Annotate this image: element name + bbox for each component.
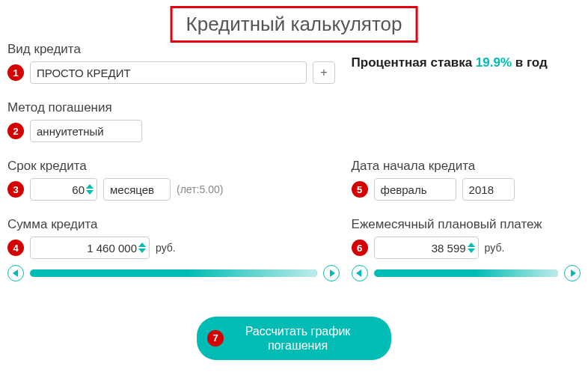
start-date-label: Дата начала кредита [352,159,581,174]
start-year-select[interactable]: 2018 [462,178,515,201]
chevron-up-icon[interactable] [86,184,94,189]
page-title-text: Кредитный калькулятор [186,13,402,35]
amount-input[interactable]: 1 460 000 [30,237,150,259]
chevron-down-icon[interactable] [86,190,94,195]
slider-left-button[interactable] [7,265,24,281]
marker-7: 7 [207,330,224,347]
plus-icon: + [320,66,327,79]
calculate-button-label: Рассчитать график погашения [234,324,361,353]
credit-type-select[interactable]: ПРОСТО КРЕДИТ [30,61,307,84]
payment-unit: руб. [485,242,505,254]
amount-slider[interactable] [30,269,317,277]
amount-unit: руб. [156,242,176,254]
term-hint: (лет:5.00) [177,183,223,195]
slider-left-button[interactable] [352,265,368,281]
marker-2: 2 [7,123,24,139]
method-label: Метод погашения [7,100,340,115]
term-value: 60 [37,183,85,196]
marker-3: 3 [7,181,24,198]
payment-label: Ежемесячный плановый платеж [352,217,581,232]
payment-slider[interactable] [374,269,558,277]
chevron-up-icon[interactable] [468,243,475,247]
chevron-down-icon[interactable] [138,249,146,253]
rate-prefix: Процентная ставка [352,55,476,70]
interest-rate-line: Процентная ставка 19.9% в год [352,55,581,70]
term-unit-select[interactable]: месяцев [103,178,171,201]
start-month-value: февраль [381,183,427,196]
rate-suffix: в год [512,55,548,70]
page-title: Кредитный калькулятор [171,6,418,43]
term-unit: месяцев [110,183,154,196]
marker-1: 1 [7,64,24,81]
calculate-button[interactable]: 7 Рассчитать график погашения [197,317,391,360]
term-label: Срок кредита [7,159,340,174]
credit-type-label: Вид кредита [7,42,340,57]
chevron-up-icon[interactable] [138,243,146,247]
slider-right-button[interactable] [564,265,581,281]
slider-right-button[interactable] [323,265,340,281]
marker-4: 4 [7,240,24,256]
amount-value: 1 460 000 [37,242,137,254]
add-credit-type-button[interactable]: + [313,61,335,84]
marker-6: 6 [352,240,368,256]
payment-value: 38 599 [381,242,466,254]
rate-value: 19.9% [476,55,512,70]
term-input[interactable]: 60 [30,178,97,201]
payment-input[interactable]: 38 599 [374,237,479,259]
chevron-down-icon[interactable] [468,249,475,253]
method-select[interactable]: аннуитетный [30,120,142,142]
start-month-select[interactable]: февраль [374,178,456,201]
credit-type-value: ПРОСТО КРЕДИТ [37,67,131,79]
method-value: аннуитетный [37,125,104,138]
amount-label: Сумма кредита [7,217,340,232]
marker-5: 5 [352,181,368,198]
start-year-value: 2018 [469,183,494,196]
